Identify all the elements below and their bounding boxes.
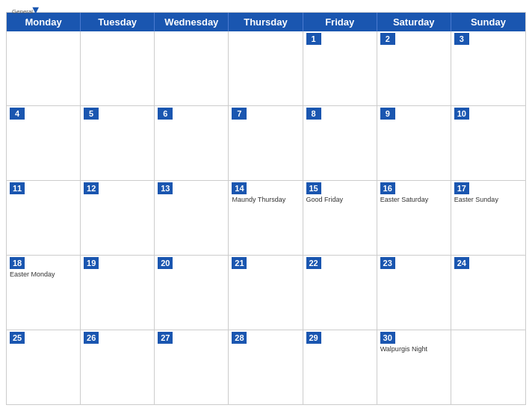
holiday-label: Easter Saturday <box>380 196 448 204</box>
day-number: 16 <box>380 182 395 194</box>
day-cell: 13 <box>155 181 229 255</box>
day-number: 26 <box>84 332 99 344</box>
holiday-label: Easter Sunday <box>454 196 522 204</box>
day-cell: 4 <box>7 106 81 180</box>
day-cell: 1 <box>303 31 377 105</box>
calendar: MondayTuesdayWednesdayThursdayFridaySatu… <box>6 12 526 405</box>
day-number: 10 <box>454 108 469 120</box>
week-row-2: 11121314Maundy Thursday15Good Friday16Ea… <box>7 181 525 256</box>
day-cell: 9 <box>377 106 451 180</box>
day-header-thursday: Thursday <box>229 13 303 31</box>
day-number: 5 <box>84 108 99 120</box>
day-number: 15 <box>306 182 321 194</box>
week-row-1: 45678910 <box>7 106 525 181</box>
day-number: 25 <box>10 332 25 344</box>
weeks-container: 1234567891011121314Maundy Thursday15Good… <box>7 31 525 404</box>
day-number: 11 <box>10 182 25 194</box>
holiday-label: Maundy Thursday <box>232 196 299 204</box>
day-number: 2 <box>380 33 395 45</box>
day-header-sunday: Sunday <box>451 13 525 31</box>
day-number: 28 <box>232 332 247 344</box>
header: General Blue <box>0 0 532 9</box>
logo-svg: General Blue <box>12 6 39 27</box>
day-cell: 29 <box>303 330 377 404</box>
day-cell: 14Maundy Thursday <box>229 181 303 255</box>
day-header-friday: Friday <box>303 13 377 31</box>
day-number: 24 <box>454 257 469 269</box>
day-number: 1 <box>306 33 321 45</box>
svg-text:Blue: Blue <box>12 13 27 21</box>
day-cell <box>229 31 303 105</box>
day-number: 14 <box>232 182 247 194</box>
day-cell <box>451 330 525 404</box>
day-cell: 12 <box>81 181 155 255</box>
day-cell: 18Easter Monday <box>7 256 81 330</box>
day-header-tuesday: Tuesday <box>81 13 155 31</box>
day-number: 6 <box>158 108 173 120</box>
logo: General Blue <box>12 6 39 27</box>
day-number: 30 <box>380 332 395 344</box>
day-cell: 16Easter Saturday <box>377 181 451 255</box>
day-cell: 8 <box>303 106 377 180</box>
holiday-label: Good Friday <box>306 196 374 204</box>
day-cell: 5 <box>81 106 155 180</box>
day-cell: 24 <box>451 256 525 330</box>
day-cell: 22 <box>303 256 377 330</box>
day-number: 19 <box>84 257 99 269</box>
day-number: 20 <box>158 257 173 269</box>
day-cell: 7 <box>229 106 303 180</box>
day-number: 17 <box>454 182 469 194</box>
day-cell: 11 <box>7 181 81 255</box>
day-headers-row: MondayTuesdayWednesdayThursdayFridaySatu… <box>7 13 525 31</box>
week-row-0: 123 <box>7 31 525 106</box>
page: General Blue MondayTuesdayWednesdayThurs… <box>0 0 532 411</box>
day-cell <box>155 31 229 105</box>
day-cell <box>7 31 81 105</box>
day-number: 3 <box>454 33 469 45</box>
day-header-wednesday: Wednesday <box>155 13 229 31</box>
week-row-4: 252627282930Walpurgis Night <box>7 330 525 404</box>
day-number: 13 <box>158 182 173 194</box>
week-row-3: 18Easter Monday192021222324 <box>7 256 525 330</box>
day-number: 4 <box>10 108 25 120</box>
day-cell: 15Good Friday <box>303 181 377 255</box>
day-cell: 19 <box>81 256 155 330</box>
day-cell: 2 <box>377 31 451 105</box>
day-number: 23 <box>380 257 395 269</box>
day-number: 21 <box>232 257 247 269</box>
day-number: 18 <box>10 257 25 269</box>
day-cell: 25 <box>7 330 81 404</box>
day-cell: 23 <box>377 256 451 330</box>
day-cell: 6 <box>155 106 229 180</box>
holiday-label: Walpurgis Night <box>380 345 448 353</box>
day-cell: 30Walpurgis Night <box>377 330 451 404</box>
day-cell: 3 <box>451 31 525 105</box>
day-number: 7 <box>232 108 247 120</box>
day-number: 29 <box>306 332 321 344</box>
day-number: 12 <box>84 182 99 194</box>
day-number: 22 <box>306 257 321 269</box>
day-cell: 21 <box>229 256 303 330</box>
day-cell: 17Easter Sunday <box>451 181 525 255</box>
day-cell: 26 <box>81 330 155 404</box>
svg-marker-2 <box>32 7 39 14</box>
holiday-label: Easter Monday <box>10 271 77 279</box>
day-number: 27 <box>158 332 173 344</box>
day-header-saturday: Saturday <box>377 13 451 31</box>
day-cell <box>81 31 155 105</box>
day-number: 9 <box>380 108 395 120</box>
day-number: 8 <box>306 108 321 120</box>
day-cell: 10 <box>451 106 525 180</box>
day-cell: 28 <box>229 330 303 404</box>
day-cell: 20 <box>155 256 229 330</box>
day-cell: 27 <box>155 330 229 404</box>
